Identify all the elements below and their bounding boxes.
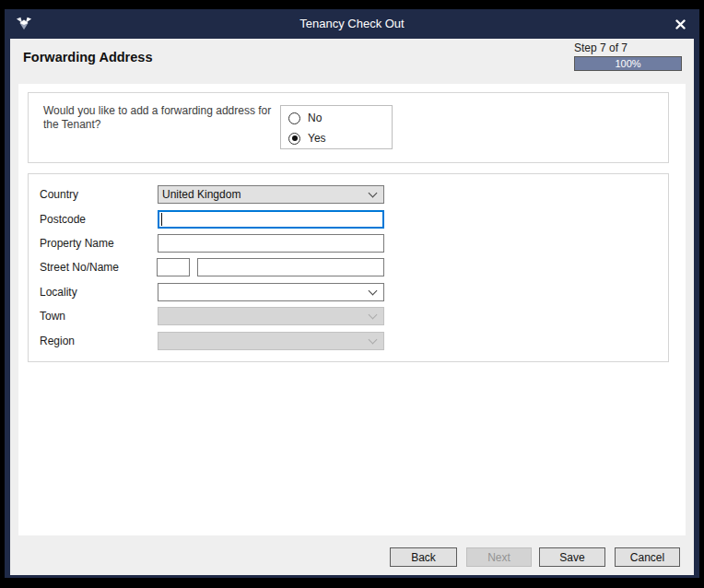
chevron-down-icon [369, 287, 378, 296]
progress-fill: 100% [575, 57, 681, 70]
postcode-input[interactable] [158, 210, 384, 229]
radio-icon-yes [288, 133, 300, 145]
property-name-label: Property Name [40, 234, 114, 253]
form-row-postcode: Postcode [40, 210, 659, 229]
content-panel: Would you like to add a forwarding addre… [18, 84, 686, 535]
form-row-region: Region [40, 332, 659, 350]
street-number-input[interactable] [157, 258, 190, 276]
region-label: Region [40, 332, 75, 350]
region-dropdown [158, 332, 384, 350]
page-title: Forwarding Address [23, 50, 152, 65]
chevron-down-icon [369, 189, 378, 198]
question-text: Would you like to add a forwarding addre… [43, 104, 271, 132]
question-section: Would you like to add a forwarding addre… [28, 92, 669, 163]
next-button: Next [466, 547, 532, 567]
street-name-input[interactable] [197, 258, 384, 276]
progress-text: 100% [615, 58, 640, 69]
back-button[interactable]: Back [390, 547, 457, 567]
locality-dropdown[interactable] [158, 283, 384, 301]
radio-group-box: No Yes [280, 105, 393, 149]
close-button[interactable] [666, 11, 694, 37]
country-dropdown[interactable]: United Kingdom [158, 185, 384, 204]
form-row-town: Town [40, 307, 659, 325]
save-button[interactable]: Save [539, 547, 605, 567]
town-label: Town [40, 307, 65, 325]
progress-bar: 100% [574, 56, 682, 71]
town-dropdown [158, 307, 384, 325]
cancel-button[interactable]: Cancel [615, 547, 680, 567]
question-line-2: the Tenant? [43, 118, 271, 132]
titlebar[interactable]: Tenancy Check Out [5, 9, 699, 39]
form-row-street: Street No/Name [40, 258, 659, 276]
radio-label-yes: Yes [308, 132, 326, 145]
country-value: United Kingdom [158, 188, 370, 201]
dialog-window: Tenancy Check Out Forwarding Address Ste… [5, 9, 699, 578]
form-row-locality: Locality [40, 283, 659, 301]
country-label: Country [40, 185, 78, 204]
radio-icon-no [288, 112, 300, 124]
address-form-section: Country United Kingdom Postcode Property… [28, 173, 669, 362]
form-row-country: Country United Kingdom [40, 185, 659, 204]
locality-label: Locality [40, 283, 77, 301]
street-label: Street No/Name [40, 258, 119, 276]
screenshot-root: Tenancy Check Out Forwarding Address Ste… [0, 0, 704, 588]
close-icon [675, 19, 686, 29]
property-name-input[interactable] [158, 234, 384, 253]
radio-option-yes[interactable]: Yes [288, 131, 326, 146]
radio-option-no[interactable]: No [288, 111, 322, 125]
window-title: Tenancy Check Out [5, 9, 699, 39]
text-caret [161, 213, 162, 226]
chevron-down-icon [369, 335, 378, 345]
radio-label-no: No [308, 112, 322, 124]
postcode-label: Postcode [40, 210, 86, 229]
form-row-property-name: Property Name [40, 234, 659, 253]
question-line-1: Would you like to add a forwarding addre… [43, 104, 271, 118]
chevron-down-icon [369, 311, 378, 320]
step-label: Step 7 of 7 [574, 41, 628, 54]
dialog-body: Forwarding Address Step 7 of 7 100% Woul… [10, 39, 694, 575]
